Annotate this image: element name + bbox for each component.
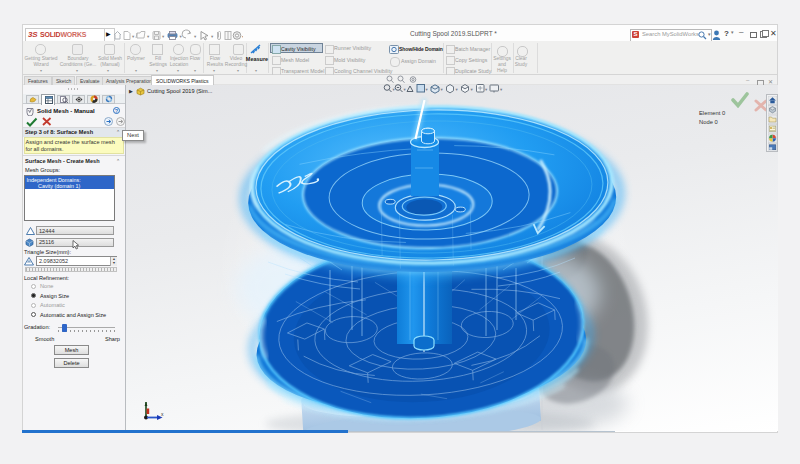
- svg-text:▾: ▾: [456, 87, 459, 92]
- svg-text:▾: ▾: [471, 87, 474, 92]
- svg-text:▾: ▾: [485, 87, 488, 92]
- svg-text:▾: ▾: [441, 87, 444, 92]
- svg-text:▾: ▾: [500, 87, 503, 92]
- svg-text:▾: ▾: [426, 87, 429, 92]
- svg-text:▾: ▾: [404, 87, 407, 92]
